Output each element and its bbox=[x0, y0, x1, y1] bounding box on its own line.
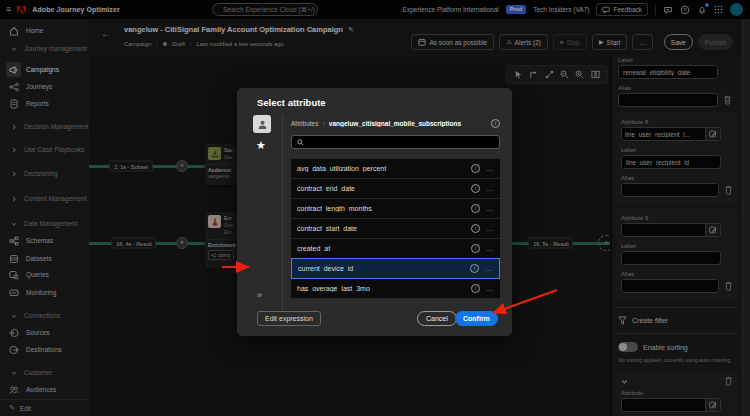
chevron-right-icon: › bbox=[322, 120, 324, 127]
info-icon[interactable]: i bbox=[471, 284, 480, 293]
attribute-row-selected[interactable]: current_device_id i … bbox=[291, 258, 500, 279]
attribute-search-input[interactable] bbox=[308, 139, 494, 146]
divider bbox=[282, 115, 283, 318]
search-icon bbox=[297, 139, 304, 146]
more-actions-icon[interactable]: … bbox=[486, 185, 494, 192]
attribute-row[interactable]: contract_length_months i … bbox=[291, 199, 500, 219]
breadcrumb-entity: vangeluw_citisignal_mobile_subscriptions bbox=[329, 120, 487, 127]
info-icon[interactable]: i bbox=[471, 204, 480, 213]
cancel-button[interactable]: Cancel bbox=[417, 311, 457, 326]
info-icon[interactable]: i bbox=[470, 264, 479, 273]
more-actions-icon[interactable]: … bbox=[486, 225, 494, 232]
attribute-row[interactable]: has_overage_last_3mo i … bbox=[291, 279, 500, 299]
select-attribute-dialog: Select attribute ★ » Attributes › vangel… bbox=[237, 88, 512, 336]
confirm-button[interactable]: Confirm bbox=[455, 311, 498, 326]
dialog-title: Select attribute bbox=[257, 97, 326, 108]
attribute-list: avg_data_utilization_percent i … contrac… bbox=[291, 158, 500, 299]
more-actions-icon[interactable]: … bbox=[486, 285, 494, 292]
attribute-row[interactable]: contract_end_date i … bbox=[291, 179, 500, 199]
info-icon[interactable]: i bbox=[471, 164, 480, 173]
attribute-row[interactable]: avg_data_utilization_percent i … bbox=[291, 159, 500, 179]
breadcrumb: Attributes › vangeluw_citisignal_mobile_… bbox=[291, 119, 500, 128]
attribute-row[interactable]: created_at i … bbox=[291, 239, 500, 259]
more-actions-icon[interactable]: … bbox=[485, 265, 493, 272]
favorites-tab-star-icon[interactable]: ★ bbox=[256, 139, 266, 152]
attribute-row[interactable]: contract_start_date i … bbox=[291, 219, 500, 239]
more-actions-icon[interactable]: … bbox=[486, 165, 494, 172]
breadcrumb-root[interactable]: Attributes bbox=[291, 120, 318, 127]
expand-rail-icon[interactable]: » bbox=[257, 290, 262, 300]
person-icon bbox=[257, 119, 268, 130]
more-actions-icon[interactable]: … bbox=[486, 245, 494, 252]
info-icon[interactable]: i bbox=[471, 224, 480, 233]
profile-attributes-tab[interactable] bbox=[253, 115, 271, 133]
more-actions-icon[interactable]: … bbox=[486, 205, 494, 212]
info-icon[interactable]: i bbox=[471, 244, 480, 253]
info-icon[interactable]: i bbox=[491, 119, 500, 128]
edit-expression-button[interactable]: Edit expression bbox=[257, 311, 321, 326]
attribute-search-box[interactable] bbox=[291, 135, 500, 149]
info-icon[interactable]: i bbox=[471, 184, 480, 193]
